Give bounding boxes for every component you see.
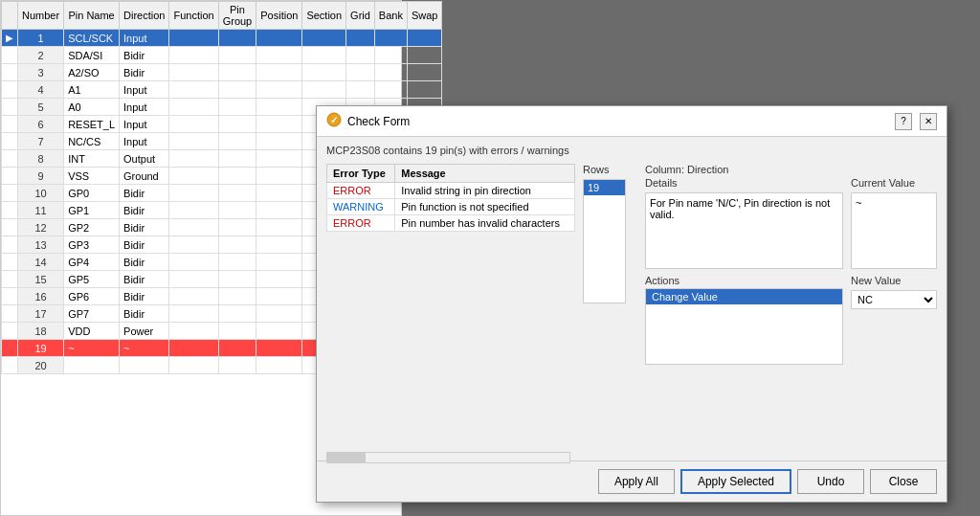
col-indicator <box>2 2 18 30</box>
col-pin-group: PinGroup <box>218 2 256 30</box>
horizontal-scrollbar[interactable] <box>326 452 570 463</box>
table-row[interactable]: 4A1Input <box>2 81 442 99</box>
errors-panel: Error Type Message ERROR Invalid string … <box>326 164 575 480</box>
table-row[interactable]: WARNING Pin function is not specified <box>327 199 575 215</box>
actions-list-item[interactable]: Change Value <box>646 289 842 304</box>
rows-list-item[interactable]: 19 <box>584 180 625 195</box>
table-row[interactable]: ERROR Pin number has invalid characters <box>327 215 575 232</box>
right-panel: Rows 19 Column: Direction Details For Pi… <box>583 164 937 480</box>
dialog-content: MCP23S08 contains 19 pin(s) with errors … <box>317 137 947 487</box>
col-pin-name: Pin Name <box>64 2 120 30</box>
dialog-main: Error Type Message ERROR Invalid string … <box>326 164 937 480</box>
col-direction: Direction <box>120 2 169 30</box>
column-section-label: Column: Direction <box>645 164 937 175</box>
details-textarea: For Pin name 'N/C', Pin direction is not… <box>645 192 843 269</box>
undo-button[interactable]: Undo <box>797 469 864 494</box>
error-message-1: Invalid string in pin direction <box>395 183 575 199</box>
dialog-footer: Apply All Apply Selected Undo Close <box>317 460 947 502</box>
close-button[interactable]: Close <box>870 469 937 494</box>
table-row[interactable]: ▶1SCL/SCKInput <box>2 30 442 47</box>
table-row[interactable]: 3A2/SOBidir <box>2 64 442 81</box>
actions-list[interactable]: Change Value <box>645 288 843 365</box>
col-section: Section <box>302 2 346 30</box>
dialog-title-text: Check Form <box>347 115 410 128</box>
apply-all-button[interactable]: Apply All <box>598 469 675 494</box>
table-row[interactable]: 2SDA/SIBidir <box>2 47 442 64</box>
error-type-3: ERROR <box>327 215 395 232</box>
details-label: Details <box>645 177 843 189</box>
current-value-textarea: ~ <box>851 192 937 269</box>
apply-selected-button[interactable]: Apply Selected <box>680 469 791 494</box>
table-row[interactable]: ERROR Invalid string in pin direction <box>327 183 575 199</box>
col-swap: Swap <box>407 2 442 30</box>
new-value-label: New Value <box>851 275 937 286</box>
dialog-subtitle: MCP23S08 contains 19 pin(s) with errors … <box>326 145 937 156</box>
actions-label: Actions <box>645 275 843 286</box>
current-value-label: Current Value <box>851 177 937 189</box>
dialog-close-button[interactable]: ✕ <box>920 113 937 130</box>
errors-col-message: Message <box>395 165 575 183</box>
check-form-dialog: ✓ Check Form ? ✕ MCP23S08 contains 19 pi… <box>316 105 947 503</box>
col-number: Number <box>18 2 64 30</box>
dialog-titlebar: ✓ Check Form ? ✕ <box>317 106 947 137</box>
col-position: Position <box>256 2 302 30</box>
dialog-controls: ? ✕ <box>895 113 937 130</box>
dialog-title: ✓ Check Form <box>326 112 410 130</box>
help-button[interactable]: ? <box>895 113 912 130</box>
actions-box: Actions Change Value <box>645 275 843 365</box>
new-value-select[interactable]: NC Input Output Bidir Power Ground <box>851 290 937 309</box>
column-section: Column: Direction Details For Pin name '… <box>645 164 937 365</box>
error-message-3: Pin number has invalid characters <box>395 215 575 232</box>
error-type-1: ERROR <box>327 183 395 199</box>
errors-table: Error Type Message ERROR Invalid string … <box>326 164 575 232</box>
detail-row: Details For Pin name 'N/C', Pin directio… <box>645 177 937 269</box>
current-value-box: Current Value ~ <box>851 177 937 269</box>
errors-col-type: Error Type <box>327 165 395 183</box>
rows-section: Rows 19 <box>583 164 626 303</box>
col-function: Function <box>169 2 218 30</box>
col-grid: Grid <box>346 2 375 30</box>
svg-text:✓: ✓ <box>330 115 338 125</box>
error-type-2: WARNING <box>327 199 395 215</box>
dialog-title-icon: ✓ <box>326 112 342 130</box>
error-message-2: Pin function is not specified <box>395 199 575 215</box>
rows-label: Rows <box>583 164 626 175</box>
new-value-box: New Value NC Input Output Bidir Power Gr… <box>851 275 937 365</box>
rows-list[interactable]: 19 <box>583 179 626 303</box>
actions-section: Actions Change Value New Value NC Input <box>645 275 937 365</box>
col-bank: Bank <box>374 2 407 30</box>
details-box: Details For Pin name 'N/C', Pin directio… <box>645 177 843 269</box>
